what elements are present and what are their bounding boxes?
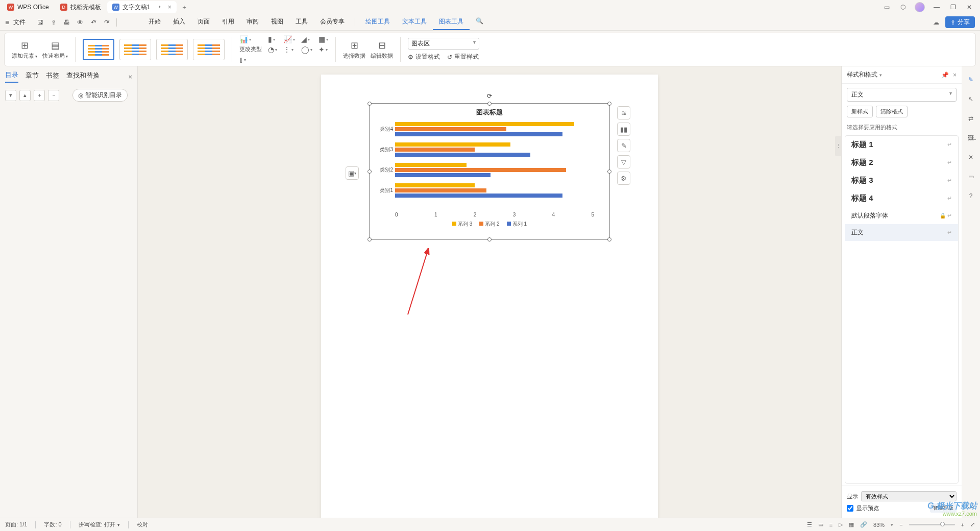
style-item[interactable]: 默认段落字体↵	[845, 207, 958, 224]
bar[interactable]	[395, 173, 491, 177]
window-restore-icon[interactable]: ❐	[948, 3, 958, 12]
chart-filter-icon[interactable]: ▽	[617, 155, 630, 168]
tab-start[interactable]: 开始	[142, 14, 167, 30]
panel-close-icon[interactable]: ×	[953, 71, 957, 79]
nav-close-icon[interactable]: ×	[128, 73, 132, 81]
chart-object[interactable]: ⟳ 图表标题 类别4类别3类别2类别1 012345 系列 3系列 2系列 1	[369, 103, 610, 240]
nav-plus-button[interactable]: ＋	[34, 90, 45, 101]
chart-bar-icon[interactable]: 📊▾	[239, 35, 262, 43]
tab-review[interactable]: 审阅	[240, 14, 265, 30]
zoom-in-icon[interactable]: +	[961, 522, 964, 528]
style-item[interactable]: 标题 3↵	[845, 172, 958, 189]
status-page[interactable]: 页面: 1/1	[5, 521, 27, 528]
resize-handle[interactable]	[607, 237, 611, 242]
bar[interactable]	[395, 188, 486, 192]
chart-column-icon[interactable]: ▮▾	[268, 35, 277, 43]
print-icon[interactable]: 🖶	[62, 19, 71, 26]
tab-reference[interactable]: 引用	[216, 14, 240, 30]
style-item[interactable]: 标题 1↵	[845, 136, 958, 154]
legend-item[interactable]: 系列 2	[479, 221, 499, 228]
tab-tools[interactable]: 工具	[289, 14, 314, 30]
reader-icon[interactable]: ▭	[882, 3, 891, 12]
legend-item[interactable]: 系列 1	[507, 221, 527, 228]
tab-document[interactable]: W 文字文稿1 • ×	[107, 1, 177, 13]
view-outline-icon[interactable]: ≡	[829, 522, 832, 528]
chart-plot-area[interactable]: 类别4类别3类别2类别1	[395, 119, 594, 211]
tab-view[interactable]: 视图	[265, 14, 289, 30]
nav-tab-chapter[interactable]: 章节	[26, 71, 39, 82]
rail-transform-icon[interactable]: ⇄	[966, 113, 976, 124]
chart-donut-icon[interactable]: ◯▾	[301, 45, 312, 54]
bar[interactable]	[395, 122, 574, 126]
tab-insert[interactable]: 插入	[167, 14, 191, 30]
current-style-select[interactable]: 正文	[847, 88, 957, 102]
style-item[interactable]: 标题 2↵	[845, 154, 958, 172]
redo-icon[interactable]: ↷▾	[102, 19, 111, 26]
bar[interactable]	[395, 194, 562, 198]
style-item[interactable]: 正文↵	[845, 224, 958, 241]
display-select[interactable]: 有效样式	[861, 491, 957, 501]
rail-select-icon[interactable]: ↖	[966, 94, 976, 104]
document-canvas[interactable]: ⟳ 图表标题 类别4类别3类别2类别1 012345 系列 3系列 2系列 1 …	[138, 66, 841, 518]
nav-minus-button[interactable]: －	[48, 90, 59, 101]
chart-pie-icon[interactable]: ◔▾	[268, 45, 277, 54]
clear-format-button[interactable]: 清除格式	[876, 106, 908, 117]
panel-collapse-handle[interactable]: ⋮	[835, 136, 841, 156]
nav-tab-toc[interactable]: 目录	[5, 70, 18, 83]
preview-checkbox[interactable]	[847, 505, 853, 512]
bar[interactable]	[395, 153, 530, 157]
chart-area-icon[interactable]: ◢▾	[301, 35, 312, 43]
resize-handle[interactable]	[368, 102, 372, 106]
view-play-icon[interactable]: ▷	[839, 521, 843, 528]
rail-help-icon[interactable]: ?	[966, 191, 976, 201]
zoom-value[interactable]: 83%	[873, 522, 885, 528]
resize-handle[interactable]	[607, 170, 611, 174]
search-menu-icon[interactable]: 🔍	[470, 14, 489, 30]
view-web-icon[interactable]: ▦	[849, 521, 854, 528]
resize-handle[interactable]	[368, 170, 372, 174]
view-page-icon[interactable]: ▭	[818, 521, 823, 528]
bar[interactable]	[395, 183, 475, 187]
print-preview-icon[interactable]: 👁	[76, 19, 85, 26]
chart-radar-icon[interactable]: ✦▾	[318, 45, 328, 54]
tab-template[interactable]: D 找稻壳模板	[55, 1, 106, 13]
cloud-icon[interactable]: ☁	[933, 19, 939, 26]
zoom-out-icon[interactable]: −	[899, 522, 902, 528]
status-spell[interactable]: 拼写检查: 打开 ▾	[79, 521, 120, 528]
chart-edit-icon[interactable]: ✎	[617, 139, 630, 152]
bar[interactable]	[395, 132, 562, 136]
share-button[interactable]: ⇪分享	[945, 16, 975, 28]
tab-text-tools[interactable]: 文本工具	[396, 14, 433, 30]
reset-style-button[interactable]: ↺重置样式	[447, 53, 479, 61]
select-data-button[interactable]: ⊞选择数据	[343, 40, 365, 60]
tab-chart-tools[interactable]: 图表工具	[433, 14, 470, 30]
rail-read-icon[interactable]: ▭	[966, 172, 976, 182]
rail-tools-icon[interactable]: ✕	[966, 152, 976, 162]
bar[interactable]	[395, 127, 506, 131]
window-close-icon[interactable]: ✕	[965, 3, 974, 12]
chart-styles-icon[interactable]: ▮▮	[617, 123, 630, 136]
avatar[interactable]	[915, 2, 925, 12]
view-link-icon[interactable]: 🔗	[860, 521, 867, 528]
bar[interactable]	[395, 148, 475, 152]
resize-handle[interactable]	[368, 237, 372, 242]
chart-elements-icon[interactable]: ≋	[617, 106, 630, 119]
tab-wps-office[interactable]: W WPS Office	[2, 1, 54, 13]
style-thumb-1[interactable]	[83, 39, 114, 60]
rail-more-icon[interactable]: ⋯	[966, 502, 976, 513]
bar[interactable]	[395, 163, 467, 167]
view-menu-icon[interactable]: ☰	[807, 521, 812, 528]
tab-page[interactable]: 页面	[191, 14, 216, 30]
status-words[interactable]: 字数: 0	[44, 521, 61, 528]
chart-title[interactable]: 图表标题	[370, 104, 609, 119]
change-type-button[interactable]: 更改类型	[239, 45, 262, 54]
resize-handle[interactable]	[607, 102, 611, 106]
tab-close-icon[interactable]: ×	[168, 4, 172, 11]
hamburger-icon[interactable]: ≡	[5, 18, 9, 27]
chart-element-select[interactable]: 图表区	[408, 38, 479, 50]
save-icon[interactable]: 🖫	[36, 19, 45, 26]
bar[interactable]	[395, 168, 566, 172]
rotate-handle[interactable]: ⟳	[487, 92, 492, 98]
chart-settings-icon[interactable]: ⚙	[617, 172, 630, 185]
layout-options-icon[interactable]: ▣▾	[346, 166, 359, 180]
